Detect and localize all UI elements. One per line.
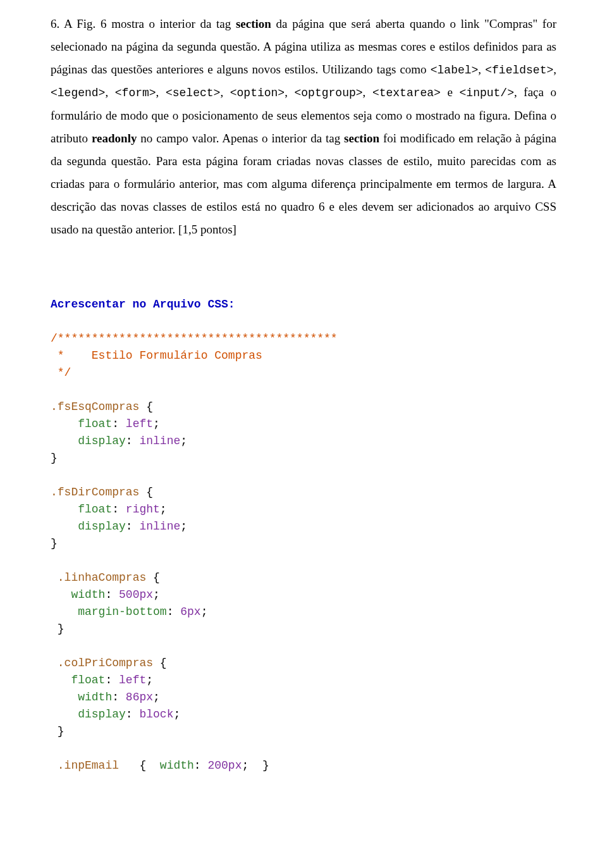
code-label: <label> [431,64,479,77]
selector-3: .colPriCompras [58,657,153,669]
prop-3-1: width [78,691,112,704]
question-text-1: A Fig. 6 mostra o interior da tag [64,17,236,30]
code-input: <input/> [460,87,514,99]
val-0-1: inline [139,435,180,447]
question-paragraph: 6. A Fig. 6 mostra o interior da tag sec… [51,13,556,241]
code-form: <form> [115,87,156,99]
question-number: 6. [51,17,59,30]
bold-readonly: readonly [92,132,137,145]
val-3-0: left [119,674,146,686]
prop-2-1: margin-bottom [78,605,166,618]
prop-0-1: display [78,435,126,447]
selector-0: .fsEsqCompras [51,400,139,413]
code-option: <option> [230,87,285,99]
css-heading: Acrescentar no Arquivo CSS: [51,298,235,311]
question-text-4: no campo valor. Apenas o interior da tag [137,132,344,145]
css-comment-line1: /***************************************… [51,332,338,345]
prop-3-2: display [78,708,126,721]
selector-2: .linhaCompras [58,571,146,584]
selector-1: .fsDirCompras [51,486,139,499]
prop-3-0: float [71,674,105,686]
code-optgroup: <optgroup> [295,87,363,99]
inline-prop: width [160,759,194,772]
css-code-block: Acrescentar no Arquivo CSS: /***********… [51,279,556,774]
prop-2-0: width [71,588,105,601]
code-fieldset: <fieldset> [485,64,553,77]
bold-section-2: section [344,132,379,145]
code-legend: <legend> [51,87,105,99]
prop-0-0: float [78,418,112,430]
question-text-5: foi modificado em relação à página da se… [51,132,556,236]
val-2-0: 500px [119,588,153,601]
inline-val: 200px [207,759,242,772]
val-3-2: block [139,708,173,721]
code-textarea: <textarea> [372,87,441,99]
prop-1-1: display [78,520,126,533]
val-3-1: 86px [126,691,153,704]
val-0-0: left [126,418,153,430]
val-1-0: right [126,503,160,516]
val-2-1: 6px [180,605,200,618]
css-comment-line2: * Estilo Formulário Compras [51,349,262,362]
css-comment-line3: */ [51,366,71,379]
bold-section-1: section [236,17,271,30]
prop-1-0: float [78,503,112,516]
inline-selector: .inpEmail [58,759,119,772]
val-1-1: inline [139,520,180,533]
code-select: <select> [166,87,220,99]
